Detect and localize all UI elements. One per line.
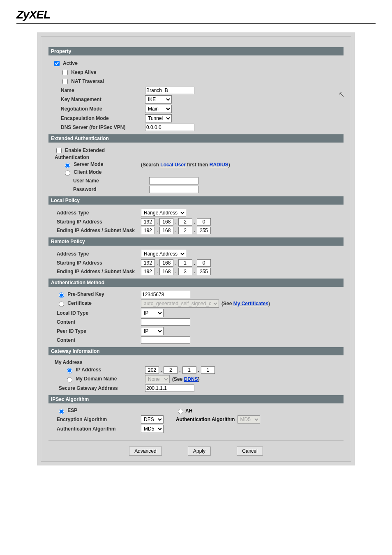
lp-start-d[interactable] (197, 218, 211, 226)
cancel-button[interactable]: Cancel (237, 447, 263, 456)
keep-alive-label: Keep Alive (71, 69, 96, 75)
nat-traversal-checkbox[interactable] (62, 79, 68, 84)
psk-radio[interactable] (59, 292, 64, 298)
peer-id-label: Peer ID Type (48, 328, 141, 334)
rp-end-b[interactable] (159, 268, 173, 275)
enc-alg-label: Encryption Algorithm (48, 417, 141, 422)
auth-alg-select-ah: MD5 (238, 415, 260, 424)
secure-gw-input[interactable] (145, 385, 194, 392)
enable-ext-auth-checkbox[interactable] (56, 148, 62, 153)
client-mode-label: Client Mode (74, 169, 101, 175)
lp-addr-type-select[interactable]: Range Address (141, 209, 186, 217)
lp-addr-type-label: Address Type (48, 210, 141, 216)
ddns-pre: (See (172, 376, 184, 382)
rp-start-d[interactable] (197, 259, 211, 267)
advanced-button[interactable]: Advanced (129, 447, 161, 456)
rp-start-a[interactable] (141, 259, 155, 267)
active-checkbox[interactable] (54, 61, 60, 66)
local-user-link[interactable]: Local User (160, 162, 185, 168)
gw-ip-d[interactable] (201, 366, 215, 374)
ip-address-radio[interactable] (67, 368, 72, 373)
secure-gw-label: Secure Gateway Address (48, 385, 145, 391)
name-label: Name (48, 88, 145, 93)
section-auth-method: Authentication Method (48, 279, 344, 287)
name-input[interactable] (145, 87, 194, 94)
cursor-icon: ↖ (339, 90, 345, 99)
psk-input[interactable] (141, 291, 190, 298)
domain-name-label: My Domain Name (76, 376, 117, 382)
radius-link[interactable]: RADIUS (210, 162, 228, 168)
gw-ip-c[interactable] (182, 366, 196, 374)
server-mode-label: Server Mode (74, 161, 103, 167)
brand-logo: ZyXEL (0, 0, 392, 23)
config-panel: ↖ Property Active Keep Alive NAT Travers… (37, 32, 355, 465)
server-hint-mid: first then (186, 162, 210, 168)
key-mgmt-select[interactable]: IKE (145, 95, 172, 104)
rp-end-c[interactable] (178, 268, 192, 275)
content1-input[interactable] (141, 318, 190, 326)
section-remote-policy: Remote Policy (48, 237, 344, 246)
local-id-select[interactable]: IP (141, 309, 164, 317)
enable-ext-auth-label: Enable Extended Authentication (55, 147, 105, 160)
ip-address-label: IP Address (76, 367, 101, 373)
dns-input[interactable] (145, 124, 194, 131)
rp-start-label: Starting IP Address (48, 260, 141, 266)
rp-end-label: Ending IP Address / Subnet Mask (48, 269, 141, 274)
ddns-link[interactable]: DDNS (184, 376, 198, 382)
rp-start-c[interactable] (178, 259, 192, 267)
section-property: Property (48, 47, 344, 55)
esp-label: ESP (67, 408, 77, 413)
domain-name-radio[interactable] (67, 377, 72, 382)
esp-radio[interactable] (59, 409, 64, 414)
rp-addr-type-label: Address Type (48, 251, 141, 257)
lp-end-label: Ending IP Address / Subnet Mask (48, 228, 141, 233)
server-mode-radio[interactable] (65, 163, 70, 168)
cert-select: auto_generated_self_signed_cert (141, 299, 219, 308)
cert-radio[interactable] (59, 302, 64, 307)
gw-ip-b[interactable] (164, 366, 178, 374)
encap-label: Encapsulation Mode (48, 115, 145, 121)
cert-hint-post: ) (268, 301, 270, 306)
client-mode-radio[interactable] (65, 170, 70, 176)
encap-select[interactable]: Tunnel (145, 114, 172, 122)
enc-alg-select[interactable]: DES (141, 415, 164, 424)
auth-alg-select-esp[interactable]: MD5 (141, 425, 164, 433)
rp-addr-type-select[interactable]: Range Address (141, 250, 186, 258)
section-ext-auth: Extended Authentication (48, 134, 344, 143)
apply-button[interactable]: Apply (188, 447, 211, 456)
lp-end-b[interactable] (159, 227, 173, 234)
server-hint-pre: (Search (141, 162, 160, 168)
content2-input[interactable] (141, 336, 190, 344)
keep-alive-checkbox[interactable] (62, 70, 68, 75)
domain-select: None (145, 375, 170, 383)
username-label: User Name (48, 178, 149, 184)
dns-label: DNS Server (for IPSec VPN) (48, 124, 145, 130)
password-input[interactable] (149, 186, 198, 193)
lp-start-label: Starting IP Address (48, 219, 141, 225)
my-certificates-link[interactable]: My Certificates (233, 301, 268, 306)
brand-divider (16, 23, 376, 24)
key-mgmt-label: Key Management (48, 97, 145, 102)
my-address-label: My Address (48, 359, 139, 365)
rp-start-b[interactable] (159, 259, 173, 267)
section-ipsec: IPSec Algorithm (48, 395, 344, 403)
lp-end-c[interactable] (178, 227, 192, 234)
rp-end-d[interactable] (197, 268, 211, 275)
lp-end-a[interactable] (141, 227, 155, 234)
rp-end-a[interactable] (141, 268, 155, 275)
peer-id-select[interactable]: IP (141, 327, 164, 335)
ah-label: AH (185, 408, 192, 414)
neg-mode-select[interactable]: Main (145, 105, 172, 113)
lp-start-b[interactable] (159, 218, 173, 226)
cert-label: Certificate (67, 300, 92, 306)
auth-alg-label: Authentication Algorithm (176, 417, 235, 422)
password-label: Password (48, 187, 149, 192)
lp-end-d[interactable] (197, 227, 211, 234)
ah-radio[interactable] (178, 409, 183, 414)
local-id-label: Local ID Type (48, 310, 141, 316)
username-input[interactable] (149, 177, 198, 184)
active-label: Active (63, 60, 78, 66)
lp-start-a[interactable] (141, 218, 155, 226)
gw-ip-a[interactable] (145, 366, 159, 374)
lp-start-c[interactable] (178, 218, 192, 226)
